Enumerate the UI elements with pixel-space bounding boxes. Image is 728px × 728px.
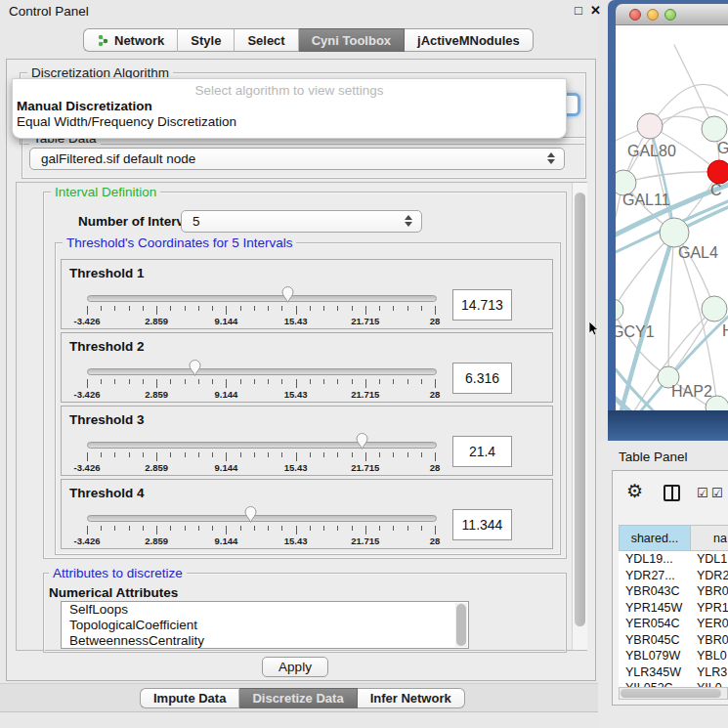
checkbox-icon[interactable]: ☑ — [697, 486, 708, 500]
threshold-1-label: Threshold 1 — [69, 266, 145, 280]
network-node-label: C — [710, 182, 722, 198]
table-data-combo[interactable]: galFiltered.sif default node — [29, 148, 565, 170]
network-node[interactable] — [637, 113, 663, 139]
tab-infer-network[interactable]: Infer Network — [358, 688, 465, 708]
control-panel-titlebar: Control Panel □ ✕ — [0, 0, 598, 21]
threshold-4-slider-track[interactable] — [87, 515, 437, 522]
slider-scale-labels: -3.4262.8599.14415.4321.71528 — [87, 535, 435, 547]
settings-vertical-scrollbar[interactable] — [572, 183, 587, 650]
threshold-3-label: Threshold 3 — [69, 412, 145, 427]
table-row[interactable]: YBR045CYBR0 — [619, 632, 728, 649]
table-header: shared... na — [619, 525, 728, 551]
number-of-intervals-combo[interactable]: 5 — [181, 210, 422, 233]
threshold-4-slider-thumb[interactable] — [243, 505, 258, 525]
apply-button[interactable]: Apply — [262, 657, 328, 677]
minimize-traffic-light[interactable] — [647, 9, 659, 21]
threshold-2-slider-thumb[interactable] — [188, 359, 202, 378]
scrollbar-thumb[interactable] — [456, 604, 466, 646]
table-panel-title: Table Panel — [619, 450, 688, 464]
number-of-intervals-value: 5 — [193, 214, 200, 229]
tab-style[interactable]: Style — [178, 28, 235, 52]
threshold-2-label: Threshold 2 — [69, 339, 145, 354]
table-row[interactable]: YDL19...YDL1 — [619, 551, 728, 568]
table-panel-body: ⚙ ☑ ☑ shared... na YDL19...YDL1YDR27...Y… — [612, 470, 728, 706]
network-node-label: GAL11 — [622, 192, 670, 208]
table-panel: Table Panel ⚙ ☑ ☑ shared... na YDL19...Y… — [598, 441, 728, 728]
thresholds-group-title: Threshold's Coordinates for 5 Intervals — [63, 236, 296, 250]
popup-option-manual-discretization[interactable]: Manual Discretization — [13, 99, 566, 114]
float-window-icon[interactable]: □ — [575, 3, 582, 18]
table-rows: YDL19...YDL1YDR27...YDR2YBR043CYBR0YPR14… — [619, 551, 728, 687]
threshold-1-value-field[interactable]: 14.713 — [452, 289, 512, 321]
tab-cyni-toolbox-label: Cyni Toolbox — [312, 29, 391, 52]
network-node[interactable] — [702, 116, 727, 142]
table-row[interactable]: YDR27...YDR2 — [619, 568, 728, 584]
network-node[interactable] — [616, 299, 623, 321]
tab-select-label: Select — [247, 29, 284, 52]
threshold-2-value-field[interactable]: 6.316 — [452, 363, 512, 394]
slider-ticks — [87, 379, 435, 389]
tab-cyni-toolbox[interactable]: Cyni Toolbox — [299, 28, 405, 52]
table-row[interactable]: YIL052CYIL0 — [619, 680, 728, 687]
numerical-attribute-item[interactable]: BetweennessCentrality — [62, 633, 468, 649]
threshold-3-slider-track[interactable] — [87, 442, 437, 449]
close-icon[interactable]: ✕ — [590, 3, 601, 18]
network-window-titlebar[interactable] — [616, 4, 728, 25]
network-canvas[interactable]: GAL80GACGAL11GAL4GCY1HHAP2 — [616, 25, 728, 410]
threshold-1-slider-track[interactable] — [87, 295, 437, 302]
tab-discretize-data-label: Discretize Data — [252, 689, 343, 707]
table-data-combo-value: galFiltered.sif default node — [41, 151, 195, 166]
threshold-4-panel: Threshold 4 -3.4262.8599.14415.4321.7152… — [61, 479, 553, 549]
network-node[interactable] — [702, 296, 727, 321]
table-row[interactable]: YBL079WYBL0 — [619, 648, 728, 664]
mouse-cursor — [588, 321, 599, 336]
network-window-bottom-frame — [608, 410, 728, 441]
popup-option-equal-width-frequency[interactable]: Equal Width/Frequency Discretization — [13, 114, 566, 130]
numerical-attribute-item[interactable]: SelfLoops — [62, 602, 468, 618]
control-panel-title: Control Panel — [9, 4, 89, 19]
network-view-window: GAL80GACGAL11GAL4GCY1HHAP2 — [608, 0, 728, 441]
network-node-label: HAP2 — [671, 383, 712, 400]
threshold-3-value-field[interactable]: 21.4 — [452, 436, 512, 467]
attributes-group-title: Attributes to discretize — [49, 566, 187, 580]
threshold-2-slider-track[interactable] — [87, 368, 437, 375]
tab-jactivemnodules[interactable]: jActiveMNodules — [405, 28, 534, 52]
table-row[interactable]: YLR345WYLR3 — [619, 664, 728, 681]
threshold-1-slider-thumb[interactable] — [280, 285, 295, 305]
zoom-traffic-light[interactable] — [664, 9, 676, 21]
tab-impute-data[interactable]: Impute Data — [140, 688, 239, 708]
numerical-attribute-item[interactable]: TopologicalCoefficient — [62, 618, 468, 633]
table-row[interactable]: YBR043CYBR0 — [619, 583, 728, 600]
slider-ticks — [87, 306, 435, 316]
network-node[interactable] — [707, 160, 728, 184]
control-panel: Control Panel □ ✕ Network Style Select C… — [0, 0, 598, 728]
gear-icon[interactable]: ⚙ — [626, 480, 643, 502]
network-node[interactable] — [660, 218, 689, 247]
threshold-3-slider-thumb[interactable] — [355, 432, 369, 451]
table-row[interactable]: YPR145WYPR1 — [619, 600, 728, 617]
table-horizontal-scrollbar[interactable] — [619, 687, 728, 700]
control-panel-tabs: Network Style Select Cyni Toolbox jActiv… — [83, 28, 534, 52]
tab-discretize-data[interactable]: Discretize Data — [239, 688, 357, 708]
tab-select[interactable]: Select — [235, 28, 298, 52]
tab-style-label: Style — [191, 29, 221, 52]
network-icon — [97, 34, 109, 47]
scrollbar-thumb[interactable] — [575, 193, 585, 626]
column-header-name[interactable]: na — [691, 525, 728, 551]
algorithm-popup-hint: Select algorithm to view settings — [13, 79, 566, 99]
checkbox-icon[interactable]: ☑ — [711, 486, 723, 500]
table-row[interactable]: YER054CYER0 — [619, 616, 728, 632]
network-node-label: GA — [717, 140, 728, 156]
column-header-shared-name[interactable]: shared... — [619, 525, 691, 551]
tab-network[interactable]: Network — [83, 28, 178, 52]
close-traffic-light[interactable] — [629, 9, 641, 21]
attributes-list-scrollbar[interactable] — [455, 603, 467, 647]
tab-network-label: Network — [114, 29, 164, 52]
split-columns-icon[interactable] — [664, 485, 680, 501]
scrollbar-thumb[interactable] — [621, 689, 721, 698]
numerical-attributes-list[interactable]: SelfLoopsTopologicalCoefficientBetweenne… — [61, 601, 469, 649]
slider-scale-labels: -3.4262.8599.14415.4321.71528 — [87, 462, 435, 474]
network-node-label: GAL80 — [627, 143, 676, 159]
slider-scale-labels: -3.4262.8599.14415.4321.71528 — [87, 389, 435, 401]
threshold-4-value-field[interactable]: 11.344 — [452, 509, 512, 540]
